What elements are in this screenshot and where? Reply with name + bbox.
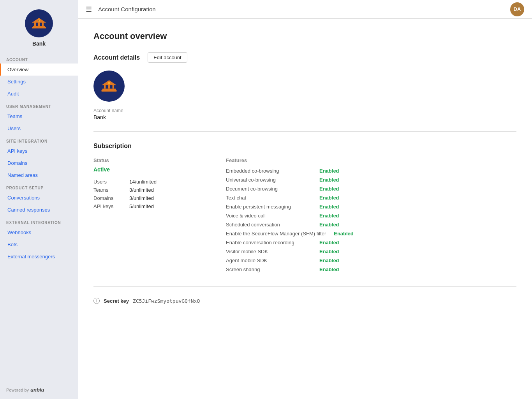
sidebar-item-webhooks[interactable]: Webhooks	[0, 226, 78, 238]
feature-row-sfm-filter: Enable the SecureFlow Manager (SFM) filt…	[226, 231, 516, 237]
feature-row-scheduled-conversation: Scheduled conversation Enabled	[226, 222, 516, 228]
sidebar-section-account: Account Overview Settings Audit	[0, 53, 78, 100]
feature-status: Enabled	[319, 249, 339, 254]
stat-row-api-keys: API keys 5/unlimited	[93, 203, 203, 209]
account-name-field: Account name Bank	[93, 108, 516, 120]
sidebar-section-product-setup: Product Setup Conversations Canned respo…	[0, 181, 78, 216]
subscription-grid: Status Active Users 14/unlimited Teams 3…	[93, 157, 516, 275]
unblu-logo: unblu	[30, 387, 44, 393]
feature-name: Enable conversation recording	[226, 240, 312, 245]
user-avatar[interactable]: DA	[510, 2, 524, 16]
account-name-value: Bank	[93, 114, 516, 120]
feature-status: Enabled	[319, 267, 339, 272]
feature-name: Scheduled conversation	[226, 222, 312, 228]
sidebar-account-name: Bank	[32, 41, 46, 47]
status-value: Active	[93, 166, 203, 173]
svg-rect-4	[34, 23, 36, 26]
topbar: ☰ Account Configuration DA	[78, 0, 532, 19]
svg-rect-5	[38, 23, 40, 26]
sidebar-section-label-external: External Integration	[0, 216, 78, 226]
sidebar-item-canned-responses[interactable]: Canned responses	[0, 204, 78, 216]
svg-rect-2	[32, 27, 46, 28]
sidebar-item-domains[interactable]: Domains	[0, 157, 78, 169]
account-details-section-title: Account details	[93, 54, 140, 61]
sidebar: $ Bank Account Overview Settings Audit U…	[0, 0, 78, 399]
sidebar-item-api-keys[interactable]: API keys	[0, 145, 78, 157]
secret-key-row: i Secret key ZC5JiFwzSmyotpuvGQfNxQ	[93, 298, 516, 304]
sidebar-section-label-site: Site Integration	[0, 134, 78, 145]
stat-val-teams: 3/unlimited	[129, 187, 154, 193]
svg-text:$: $	[39, 19, 40, 22]
features-column: Features Embedded co-browsing Enabled Un…	[226, 157, 516, 275]
feature-name: Screen sharing	[226, 267, 312, 272]
stat-key-users: Users	[93, 179, 125, 185]
status-label: Status	[93, 157, 203, 163]
feature-row-visitor-sdk: Visitor mobile SDK Enabled	[226, 249, 516, 254]
feature-row-voice-video: Voice & video call Enabled	[226, 213, 516, 219]
sidebar-footer: Powered by unblu	[0, 381, 78, 399]
stat-key-api-keys: API keys	[93, 203, 125, 209]
subscription-section-title: Subscription	[93, 143, 516, 150]
feature-status: Enabled	[319, 168, 339, 174]
account-name-label: Account name	[93, 108, 516, 113]
stat-val-users: 14/unlimited	[129, 179, 157, 185]
feature-status: Enabled	[319, 204, 339, 210]
sidebar-item-audit[interactable]: Audit	[0, 88, 78, 100]
feature-status: Enabled	[319, 177, 339, 183]
svg-rect-13	[108, 85, 110, 89]
feature-name: Enable persistent messaging	[226, 204, 312, 210]
stat-key-teams: Teams	[93, 187, 125, 193]
feature-row-conversation-recording: Enable conversation recording Enabled	[226, 240, 516, 245]
stat-row-teams: Teams 3/unlimited	[93, 187, 203, 193]
page-title: Account overview	[93, 31, 516, 41]
status-column: Status Active Users 14/unlimited Teams 3…	[93, 157, 203, 275]
menu-toggle-icon[interactable]: ☰	[86, 5, 92, 14]
sidebar-item-overview[interactable]: Overview	[0, 64, 78, 76]
feature-status: Enabled	[319, 240, 339, 245]
sidebar-item-settings[interactable]: Settings	[0, 76, 78, 88]
feature-name: Visitor mobile SDK	[226, 249, 312, 254]
topbar-title: Account Configuration	[98, 6, 156, 12]
feature-name: Embedded co-browsing	[226, 168, 312, 174]
stat-key-domains: Domains	[93, 195, 125, 201]
sidebar-section-label-product: Product Setup	[0, 181, 78, 192]
sidebar-item-users[interactable]: Users	[0, 122, 78, 134]
stat-val-domains: 3/unlimited	[129, 195, 154, 201]
svg-rect-10	[102, 90, 117, 92]
feature-name: Universal co-browsing	[226, 177, 312, 183]
feature-name: Enable the SecureFlow Manager (SFM) filt…	[226, 231, 326, 237]
sidebar-item-named-areas[interactable]: Named areas	[0, 169, 78, 181]
feature-name: Text chat	[226, 195, 312, 201]
sidebar-item-external-messengers[interactable]: External messengers	[0, 251, 78, 263]
svg-rect-12	[104, 85, 106, 89]
stat-val-api-keys: 5/unlimited	[129, 203, 154, 209]
feature-name: Document co-browsing	[226, 186, 312, 192]
secret-key-label: Secret key	[104, 298, 129, 304]
features-label: Features	[226, 157, 516, 163]
feature-row-screen-sharing: Screen sharing Enabled	[226, 267, 516, 272]
edit-account-button[interactable]: Edit account	[148, 52, 187, 63]
secret-key-value: ZC5JiFwzSmyotpuvGQfNxQ	[133, 298, 200, 304]
feature-row-universal-cobrowsing: Universal co-browsing Enabled	[226, 177, 516, 183]
account-details-header: Account details Edit account	[93, 52, 516, 63]
sidebar-logo-area: $ Bank	[0, 0, 78, 53]
content-area: Account overview Account details Edit ac…	[78, 19, 532, 399]
feature-status: Enabled	[319, 213, 339, 219]
feature-row-text-chat: Text chat Enabled	[226, 195, 516, 201]
sidebar-item-bots[interactable]: Bots	[0, 238, 78, 251]
stat-row-domains: Domains 3/unlimited	[93, 195, 203, 201]
sidebar-section-label-account: Account	[0, 53, 78, 64]
feature-row-embedded-cobrowsing: Embedded co-browsing Enabled	[226, 168, 516, 174]
info-icon[interactable]: i	[93, 298, 100, 304]
feature-status: Enabled	[334, 231, 354, 237]
account-logo: $	[25, 9, 53, 37]
feature-status: Enabled	[319, 186, 339, 192]
sidebar-item-teams[interactable]: Teams	[0, 110, 78, 122]
svg-rect-14	[113, 85, 114, 89]
account-avatar-large	[93, 71, 125, 102]
sidebar-section-external-integration: External Integration Webhooks Bots Exter…	[0, 216, 78, 263]
stat-row-users: Users 14/unlimited	[93, 179, 203, 185]
feature-row-document-cobrowsing: Document co-browsing Enabled	[226, 186, 516, 192]
divider-2	[93, 286, 516, 287]
sidebar-item-conversations[interactable]: Conversations	[0, 192, 78, 204]
